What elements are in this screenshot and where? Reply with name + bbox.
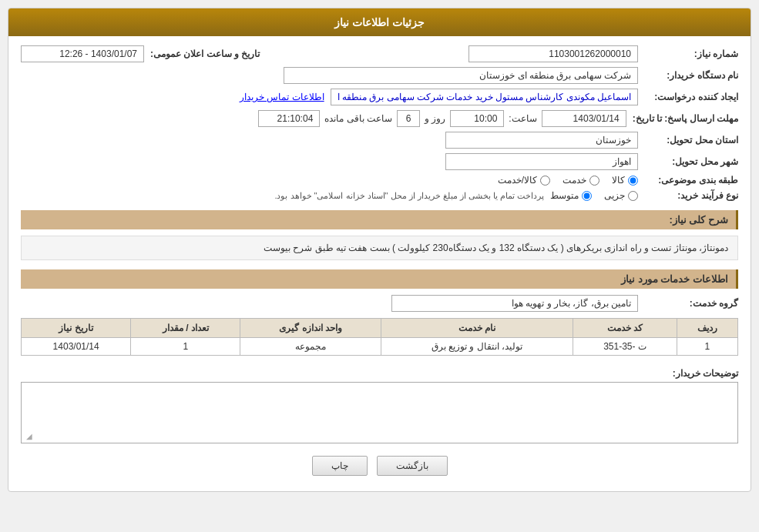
cell-tarikh: 1403/01/14 (22, 338, 131, 356)
col-kod: کد خدمت (573, 319, 677, 338)
cell-tedad: 1 (131, 338, 240, 356)
radio-khadamat-label: خدمت (563, 175, 586, 186)
cell-kod: ت -35-351 (573, 338, 677, 356)
shahr-label: شهر محل تحویل: (638, 156, 738, 167)
ostan-value: خوزستان (445, 132, 638, 149)
col-nam: نام خدمت (381, 319, 573, 338)
col-tedad: تعداد / مقدار (131, 319, 240, 338)
radio-khadamat[interactable]: خدمت (563, 175, 599, 186)
radio-jozii[interactable]: جزیی (604, 190, 638, 201)
comments-box: ◢ (21, 382, 738, 443)
ijad-konande-label: ایجاد کننده درخواست: (638, 92, 738, 102)
tabaqe-label: طبقه بندی موضوعی: (638, 175, 738, 186)
tabaqe-options: کالا خدمت کالا/خدمت (498, 175, 638, 186)
tarikh-elaan-value: 1403/01/07 - 12:26 (21, 45, 144, 62)
nam-dastgah-value: شرکت سهامی برق منطقه ای خوزستان (284, 67, 638, 84)
noue-note: پرداخت تمام یا بخشی از مبلغ خریدار از مح… (274, 191, 544, 201)
sharh-header: شرح کلی نیاز: (21, 210, 738, 229)
radio-motavset-label: متوسط (550, 190, 579, 201)
cell-vahed: مجموعه (240, 338, 381, 356)
services-header: اطلاعات خدمات مورد نیاز (21, 269, 738, 289)
col-radif: ردیف (677, 319, 737, 338)
mohlet-label: مهلت ارسال پاسخ: تا تاریخ: (626, 113, 738, 124)
table-row: 1 ت -35-351 تولید، انتقال و توزیع برق مج… (22, 338, 738, 356)
ostan-label: استان محل تحویل: (638, 135, 738, 146)
saat-label: ساعت: (509, 113, 536, 124)
shomara-niaz-value: 1103001262000010 (468, 45, 638, 62)
radio-kala-label: کالا (612, 175, 625, 186)
sharh-box: دمونتاژ، مونتاژ تست و راه اندازی بریکرها… (21, 236, 738, 260)
rooz-value: 6 (397, 110, 420, 127)
print-button[interactable]: چاپ (312, 456, 368, 476)
rooz-label: روز و (425, 113, 445, 124)
group-value: تامین برق، گاز، بخار و تهویه هوا (391, 295, 638, 312)
noue-options-group: جزیی متوسط (550, 190, 638, 201)
cell-nam: تولید، انتقال و توزیع برق (381, 338, 573, 356)
sharh-value: دمونتاژ، مونتاژ تست و راه اندازی بریکرها… (264, 243, 728, 253)
cell-radif: 1 (677, 338, 737, 356)
comments-label: توضیحات خریدار: (638, 365, 738, 379)
shomara-niaz-label: شماره نیاز: (638, 49, 738, 59)
noue-farayand-label: نوع فرآیند خرید: (638, 190, 738, 201)
radio-kala-khadamat[interactable]: کالا/خدمت (498, 175, 550, 186)
shahr-value: اهواز (445, 153, 638, 170)
service-table: ردیف کد خدمت نام خدمت واحد اندازه گیری ت… (21, 318, 738, 356)
radio-motavset[interactable]: متوسط (550, 190, 592, 201)
baghimande-label: ساعت باقی مانده (324, 113, 392, 124)
saat-value: 10:00 (450, 110, 504, 127)
group-label: گروه خدمت: (638, 298, 738, 309)
radio-jozii-label: جزیی (604, 190, 625, 201)
radio-kala-khadamat-label: کالا/خدمت (498, 175, 537, 186)
resize-handle[interactable]: ◢ (23, 432, 32, 441)
back-button[interactable]: بازگشت (377, 456, 448, 476)
col-tarikh: تاریخ نیاز (22, 319, 131, 338)
radio-kala[interactable]: کالا (612, 175, 638, 186)
contact-link[interactable]: اطلاعات تماس خریدار (240, 92, 324, 102)
baghimande-value: 21:10:04 (258, 110, 320, 127)
nam-dastgah-label: نام دستگاه خریدار: (638, 70, 738, 81)
page-title: جزئیات اطلاعات نیاز (8, 8, 751, 36)
col-vahed: واحد اندازه گیری (240, 319, 381, 338)
buttons-row: بازگشت چاپ (21, 456, 738, 476)
date-value: 1403/01/14 (542, 110, 626, 127)
tarikh-elaan-label: تاریخ و ساعت اعلان عمومی: (144, 49, 260, 59)
ijad-konande-value: اسماعیل مکوندی کارشناس مستول خرید خدمات … (331, 89, 638, 105)
